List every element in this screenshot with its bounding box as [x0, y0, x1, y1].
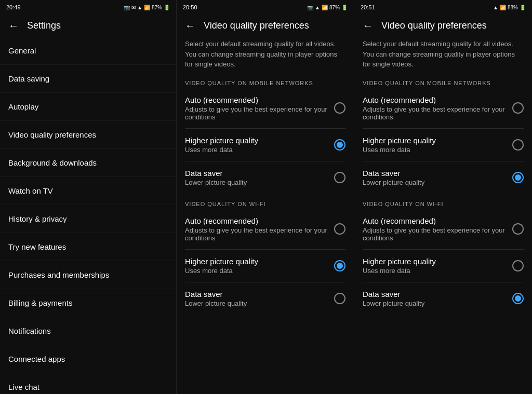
settings-item-trynew[interactable]: Try new features: [0, 233, 176, 261]
radio-mid-wifi-auto[interactable]: [334, 223, 345, 235]
time-right: 20:51: [361, 4, 375, 10]
radio-mid-wifi-higher[interactable]: [334, 260, 345, 271]
vq-sub-mid-mobile-saver: Lower picture quality: [185, 179, 247, 186]
settings-item-videoquality[interactable]: Video quality preferences: [0, 121, 176, 149]
vq-header-right: ← Video quality preferences: [354, 15, 532, 37]
status-bar-right: 20:51 ▲ 📶 88% 🔋: [354, 0, 532, 15]
signal-icon-right: 📶: [500, 5, 506, 10]
settings-item-watchtv[interactable]: Watch on TV: [0, 177, 176, 205]
vq-content-right: Select your default streaming quality fo…: [354, 37, 532, 394]
vq-label-right-mobile-saver: Data saver: [363, 169, 424, 178]
vq-sub-right-wifi-auto: Adjusts to give you the best experience …: [363, 226, 506, 242]
radio-mid-wifi-saver[interactable]: [334, 293, 345, 304]
vq-title-mid: Video quality preferences: [204, 20, 309, 31]
radio-right-mobile-higher[interactable]: [512, 139, 524, 151]
vq-label-mid-wifi-auto: Auto (recommended): [185, 216, 328, 225]
vq-sub-mid-wifi-higher: Uses more data: [185, 267, 258, 275]
vq-option-right-wifi-saver[interactable]: Data saver Lower picture quality: [363, 284, 524, 313]
settings-list: General Data saving Autoplay Video quali…: [0, 37, 176, 394]
settings-item-history[interactable]: History & privacy: [0, 205, 176, 233]
signal-icon-mid: 📶: [322, 5, 328, 10]
radio-right-wifi-higher[interactable]: [512, 260, 524, 271]
status-icons-mid: 📷 ▲ 📶 87% 🔋: [307, 5, 348, 10]
vq-label-right-mobile-auto: Auto (recommended): [363, 96, 506, 104]
radio-mid-mobile-saver[interactable]: [334, 172, 345, 183]
vq-header-mid: ← Video quality preferences: [177, 15, 354, 37]
vq-sub-mid-wifi-saver: Lower picture quality: [185, 300, 247, 307]
settings-item-purchases[interactable]: Purchases and memberships: [0, 261, 176, 289]
vq-content-mid: Select your default streaming quality fo…: [177, 37, 354, 394]
back-button-mid[interactable]: ←: [185, 20, 195, 32]
vq-title-right: Video quality preferences: [381, 20, 487, 31]
vq-sub-mid-mobile-higher: Uses more data: [185, 146, 258, 154]
settings-header: ← Settings: [0, 15, 176, 37]
vq-sub-mid-wifi-auto: Adjusts to give you the best experience …: [185, 226, 328, 242]
wifi-icon-mid: ▲: [315, 5, 320, 10]
vq-label-mid-mobile-higher: Higher picture quality: [185, 136, 258, 145]
radio-right-mobile-saver[interactable]: [512, 172, 524, 183]
vq-label-mid-wifi-saver: Data saver: [185, 290, 247, 298]
settings-item-notifications[interactable]: Notifications: [0, 317, 176, 345]
vq-sub-right-mobile-saver: Lower picture quality: [363, 179, 424, 186]
vq-label-mid-mobile-auto: Auto (recommended): [185, 96, 328, 104]
time-mid: 20:50: [183, 4, 197, 10]
vq-option-right-mobile-saver[interactable]: Data saver Lower picture quality: [363, 164, 524, 192]
vq-label-mid-wifi-higher: Higher picture quality: [185, 257, 258, 266]
vq-option-mid-wifi-auto[interactable]: Auto (recommended) Adjusts to give you t…: [185, 211, 345, 247]
vq-option-right-wifi-higher[interactable]: Higher picture quality Uses more data: [363, 252, 524, 280]
back-button-left[interactable]: ←: [8, 20, 19, 32]
time-left: 20:49: [6, 4, 21, 10]
vq-option-mid-wifi-saver[interactable]: Data saver Lower picture quality: [185, 284, 345, 313]
vq-section-mobile-right: VIDEO QUALITY ON MOBILE NETWORKS: [363, 80, 524, 86]
vq-sub-right-mobile-higher: Uses more data: [363, 146, 436, 154]
radio-mid-mobile-higher[interactable]: [334, 139, 345, 151]
settings-item-datasaving[interactable]: Data saving: [0, 65, 176, 93]
radio-right-mobile-auto[interactable]: [512, 102, 524, 114]
vq-section-wifi-mid: VIDEO QUALITY ON WI-FI: [185, 201, 345, 207]
battery-icon-right: 🔋: [520, 5, 526, 10]
photo-icon-mid: 📷: [307, 5, 313, 10]
settings-item-background[interactable]: Background & downloads: [0, 149, 176, 177]
vq-label-right-wifi-auto: Auto (recommended): [363, 216, 506, 225]
settings-item-general[interactable]: General: [0, 37, 176, 65]
vq-option-mid-mobile-auto[interactable]: Auto (recommended) Adjusts to give you t…: [185, 90, 345, 126]
settings-title: Settings: [27, 20, 61, 31]
battery-mid: 87%: [329, 5, 340, 10]
vq-sub-right-mobile-auto: Adjusts to give you the best experience …: [363, 105, 506, 121]
radio-right-wifi-auto[interactable]: [512, 223, 524, 235]
settings-panel: 20:49 📷 ✉ ▲ 📶 87% 🔋 ← Settings General D…: [0, 0, 177, 394]
msg-icon: ✉: [131, 5, 136, 10]
vq-sub-mid-mobile-auto: Adjusts to give you the best experience …: [185, 105, 328, 121]
vq-sub-right-wifi-saver: Lower picture quality: [363, 300, 424, 307]
back-button-right[interactable]: ←: [363, 20, 373, 32]
vq-option-right-mobile-auto[interactable]: Auto (recommended) Adjusts to give you t…: [363, 90, 524, 126]
vq-label-right-wifi-saver: Data saver: [363, 290, 424, 298]
signal-icon: 📶: [144, 5, 150, 10]
wifi-icon: ▲: [137, 5, 142, 10]
settings-item-connected[interactable]: Connected apps: [0, 345, 176, 373]
status-bar-mid: 20:50 📷 ▲ 📶 87% 🔋: [177, 0, 354, 15]
vq-label-mid-mobile-saver: Data saver: [185, 169, 247, 178]
vq-panel-mid: 20:50 📷 ▲ 📶 87% 🔋 ← Video quality prefer…: [177, 0, 354, 394]
vq-option-right-wifi-auto[interactable]: Auto (recommended) Adjusts to give you t…: [363, 211, 524, 247]
vq-panel-right: 20:51 ▲ 📶 88% 🔋 ← Video quality preferen…: [354, 0, 532, 394]
settings-item-livechat[interactable]: Live chat: [0, 373, 176, 394]
radio-right-wifi-saver[interactable]: [512, 293, 524, 304]
status-icons-left: 📷 ✉ ▲ 📶 87% 🔋: [124, 5, 170, 10]
status-bar-left: 20:49 📷 ✉ ▲ 📶 87% 🔋: [0, 0, 176, 15]
vq-sub-right-wifi-higher: Uses more data: [363, 267, 436, 275]
vq-section-wifi-right: VIDEO QUALITY ON WI-FI: [363, 201, 524, 207]
vq-section-mobile-mid: VIDEO QUALITY ON MOBILE NETWORKS: [185, 80, 345, 86]
battery-icon-mid: 🔋: [341, 5, 348, 10]
vq-option-mid-wifi-higher[interactable]: Higher picture quality Uses more data: [185, 252, 345, 280]
settings-item-billing[interactable]: Billing & payments: [0, 289, 176, 317]
radio-mid-mobile-auto[interactable]: [334, 102, 345, 114]
settings-item-autoplay[interactable]: Autoplay: [0, 93, 176, 121]
vq-option-right-mobile-higher[interactable]: Higher picture quality Uses more data: [363, 131, 524, 159]
battery-icon-left: 🔋: [164, 5, 170, 10]
vq-option-mid-mobile-saver[interactable]: Data saver Lower picture quality: [185, 164, 345, 192]
camera-icon: 📷: [124, 5, 130, 10]
vq-label-right-wifi-higher: Higher picture quality: [363, 257, 436, 266]
vq-label-right-mobile-higher: Higher picture quality: [363, 136, 436, 145]
vq-option-mid-mobile-higher[interactable]: Higher picture quality Uses more data: [185, 131, 345, 159]
